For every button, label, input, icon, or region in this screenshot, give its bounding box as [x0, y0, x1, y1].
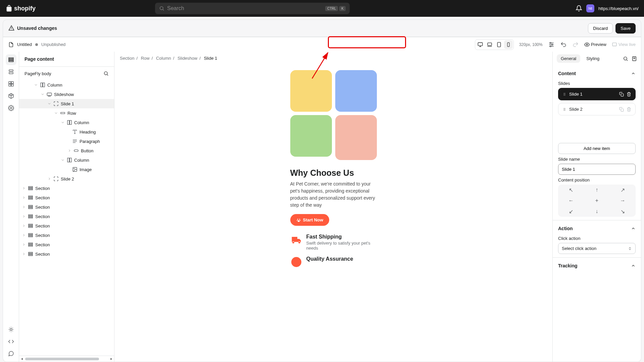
trash-icon[interactable] [627, 107, 631, 112]
device-mobile[interactable] [504, 40, 513, 49]
preview-button[interactable]: Preview [584, 42, 606, 47]
icon-rail [3, 52, 19, 362]
tree-slideshow[interactable]: Slideshow [19, 90, 114, 99]
tree-column2[interactable]: Column [19, 118, 114, 127]
discard-button[interactable]: Discard [588, 23, 613, 34]
bc-row[interactable]: Row [141, 56, 150, 61]
pos-bc[interactable]: ↓ [584, 206, 610, 217]
undo-icon[interactable] [560, 41, 567, 48]
store-url[interactable]: https://bluepeach.vn/ [598, 6, 639, 11]
rail-package-icon[interactable] [6, 91, 16, 101]
tree-section-7[interactable]: Section [19, 240, 114, 249]
brand-label: shopify [14, 5, 36, 12]
slide-item-1[interactable]: Slide 1 [558, 88, 636, 100]
rail-chat-icon[interactable] [6, 348, 16, 359]
svg-rect-25 [9, 72, 13, 74]
tree-scrollbar[interactable] [19, 356, 114, 362]
svg-point-38 [49, 96, 49, 96]
preview-heading: Why Choose Us [290, 168, 377, 178]
rail-layers-icon[interactable] [6, 66, 16, 77]
tree-button[interactable]: Button [19, 146, 114, 155]
scroll-thumb[interactable] [25, 358, 99, 360]
search-settings-icon[interactable] [623, 56, 628, 61]
svg-point-92 [564, 94, 564, 95]
click-action-select[interactable]: Select click action [558, 243, 636, 254]
duplicate-icon[interactable] [619, 107, 624, 112]
svg-point-52 [74, 168, 75, 169]
section-tracking-header[interactable]: Tracking [558, 261, 636, 270]
bc-column[interactable]: Column [156, 56, 171, 61]
tree-slide2[interactable]: Slide 2 [19, 174, 114, 184]
pos-mc[interactable]: + [584, 195, 610, 206]
add-item-button[interactable]: Add new item [558, 143, 636, 154]
tree-section-4[interactable]: Section [19, 212, 114, 221]
sliders-icon[interactable] [548, 41, 555, 48]
svg-rect-72 [29, 244, 33, 245]
rail-settings-icon[interactable] [6, 103, 16, 113]
device-desktop[interactable] [476, 40, 485, 49]
pos-tr[interactable]: ↗ [610, 185, 636, 195]
section-action-header[interactable]: Action [558, 224, 636, 233]
tree-image[interactable]: Image [19, 165, 114, 174]
pos-tc[interactable]: ↑ [584, 185, 610, 195]
drag-icon[interactable] [562, 92, 566, 96]
truck-icon [290, 234, 302, 246]
tree-section-2[interactable]: Section [19, 193, 114, 202]
pos-bl[interactable]: ↙ [558, 206, 584, 217]
scroll-left-icon[interactable] [20, 357, 24, 361]
pos-br[interactable]: ↘ [610, 206, 636, 217]
note-icon[interactable] [632, 56, 637, 61]
tree-column3[interactable]: Column [19, 155, 114, 165]
device-laptop[interactable] [485, 40, 494, 49]
main-area: Page content PageFly body Column Slidesh… [3, 52, 641, 362]
trash-icon[interactable] [627, 92, 631, 97]
tree-section-1[interactable]: Section [19, 184, 114, 193]
avatar[interactable]: htt [586, 4, 594, 12]
bell-icon[interactable] [576, 5, 582, 12]
section-content-header[interactable]: Content [558, 69, 636, 78]
svg-point-37 [48, 96, 49, 96]
svg-rect-68 [29, 234, 33, 235]
tree-column[interactable]: Column [19, 80, 114, 90]
rail-blocks-icon[interactable] [6, 79, 16, 89]
tab-general[interactable]: General [557, 54, 580, 63]
svg-rect-24 [9, 70, 13, 71]
page-title[interactable]: Untitled [17, 42, 32, 47]
rail-theme-icon[interactable] [6, 324, 16, 335]
slide-name-input[interactable] [558, 164, 636, 175]
tree-section-6[interactable]: Section [19, 230, 114, 240]
search-input[interactable]: Search CTRL K [155, 3, 350, 14]
rail-code-icon[interactable] [6, 336, 16, 347]
drag-icon[interactable] [562, 107, 566, 111]
tree-slide1[interactable]: Slide 1 [19, 99, 114, 108]
svg-rect-34 [41, 83, 42, 87]
tab-styling[interactable]: Styling [582, 54, 603, 63]
rail-content-icon[interactable] [6, 54, 16, 65]
preview-cta-button[interactable]: Start Now [290, 214, 330, 226]
tree-paragraph[interactable]: Paragraph [19, 137, 114, 146]
svg-rect-48 [74, 150, 78, 151]
search-tree-icon[interactable] [103, 71, 109, 76]
external-icon [612, 42, 617, 47]
device-tablet[interactable] [495, 40, 503, 49]
tree-heading[interactable]: Heading [19, 127, 114, 137]
scroll-right-icon[interactable] [109, 357, 113, 361]
svg-marker-78 [111, 358, 112, 360]
pos-ml[interactable]: ← [558, 195, 584, 206]
svg-rect-53 [29, 187, 33, 188]
duplicate-icon[interactable] [619, 92, 624, 97]
bc-slideshow[interactable]: Slideshow [178, 56, 197, 61]
zoom-text[interactable]: 320px, 100% [519, 42, 543, 47]
pos-tl[interactable]: ↖ [558, 185, 584, 195]
tree-section-5[interactable]: Section [19, 221, 114, 230]
unsaved-bar: Unsaved changes Discard Save [3, 19, 641, 37]
tree-section-3[interactable]: Section [19, 202, 114, 212]
svg-rect-66 [29, 225, 33, 226]
tree-section-8[interactable]: Section [19, 249, 114, 259]
bc-section[interactable]: Section [120, 56, 134, 61]
tree-row[interactable]: Row [19, 108, 114, 118]
canvas-viewport[interactable]: Why Choose Us At Pet Corner, we're commi… [114, 65, 552, 362]
slide-item-2[interactable]: Slide 2 [558, 103, 636, 115]
pos-mr[interactable]: → [610, 195, 636, 206]
save-button[interactable]: Save [615, 23, 636, 34]
